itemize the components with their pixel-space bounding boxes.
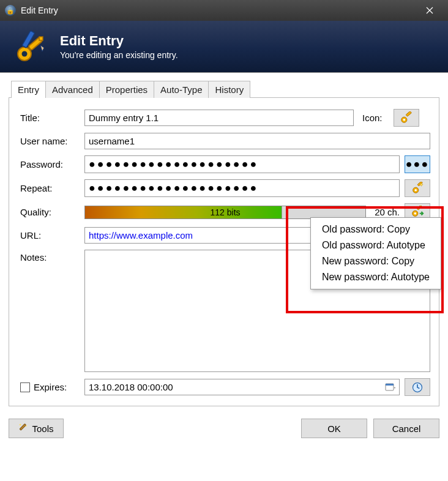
ok-button[interactable]: OK xyxy=(301,419,367,438)
window-titlebar: 🔒 Edit Entry xyxy=(0,0,448,21)
expires-checkbox[interactable] xyxy=(20,382,30,392)
label-repeat: Repeat: xyxy=(20,183,84,193)
tab-history[interactable]: History xyxy=(208,81,250,98)
dialog-footer: Tools OK Cancel xyxy=(0,412,448,447)
tools-button[interactable]: Tools xyxy=(9,419,64,438)
title-input[interactable] xyxy=(84,110,354,126)
svg-rect-8 xyxy=(406,111,411,116)
label-notes: Notes: xyxy=(20,250,84,263)
generate-password-button[interactable] xyxy=(405,179,430,197)
expires-input[interactable] xyxy=(84,379,400,395)
svg-rect-16 xyxy=(386,384,394,386)
key-pencil-icon xyxy=(12,27,51,66)
char-count: 20 ch. xyxy=(375,207,400,217)
dots-icon: ●●● xyxy=(406,158,430,171)
tab-advanced[interactable]: Advanced xyxy=(45,81,100,98)
label-quality: Quality: xyxy=(20,207,84,217)
label-icon: Icon: xyxy=(362,113,383,123)
svg-rect-14 xyxy=(417,206,422,210)
app-lock-icon: 🔒 xyxy=(5,5,16,16)
banner-subtitle: You're editing an existing entry. xyxy=(60,50,178,60)
menu-new-password-autotype[interactable]: New password: Autotype xyxy=(311,269,441,285)
label-url: URL: xyxy=(20,230,84,240)
toggle-password-visibility-button[interactable]: ●●● xyxy=(405,155,430,173)
dialog-banner: Edit Entry You're editing an existing en… xyxy=(0,21,448,73)
menu-old-password-copy[interactable]: Old password: Copy xyxy=(311,222,441,237)
svg-marker-5 xyxy=(40,45,44,51)
password-actions-menu: Old password: Copy Old password: Autotyp… xyxy=(310,217,441,289)
menu-new-password-copy[interactable]: New password: Copy xyxy=(311,253,441,269)
tab-properties[interactable]: Properties xyxy=(99,81,154,98)
tab-entry[interactable]: Entry xyxy=(11,81,46,98)
expires-presets-button[interactable] xyxy=(405,378,430,396)
svg-point-7 xyxy=(403,118,405,121)
window-close-button[interactable] xyxy=(416,0,443,21)
menu-old-password-autotype[interactable]: Old password: Autotype xyxy=(311,237,441,253)
banner-heading: Edit Entry xyxy=(60,33,178,49)
label-password: Password: xyxy=(20,159,84,170)
cancel-button[interactable]: Cancel xyxy=(373,419,439,438)
repeat-input[interactable]: ●●●●●●●●●●●●●●●●●●●● xyxy=(84,179,400,197)
label-title: Title: xyxy=(20,113,84,123)
icon-picker-button[interactable] xyxy=(394,109,419,127)
svg-point-13 xyxy=(414,212,417,215)
window-title: Edit Entry xyxy=(21,6,416,15)
tools-button-label: Tools xyxy=(32,423,53,434)
tab-auto-type[interactable]: Auto-Type xyxy=(154,81,209,98)
username-input[interactable] xyxy=(84,133,430,149)
wand-icon xyxy=(18,423,28,434)
svg-point-10 xyxy=(414,188,417,191)
label-expires: Expires: xyxy=(34,382,67,392)
password-input[interactable]: ●●●●●●●●●●●●●●●●●●●● xyxy=(84,155,400,173)
svg-rect-3 xyxy=(39,37,43,40)
svg-point-1 xyxy=(22,51,28,57)
svg-point-19 xyxy=(20,423,21,425)
quality-bits: 112 bits xyxy=(211,207,241,217)
svg-point-20 xyxy=(26,425,27,427)
calendar-dropdown-icon[interactable] xyxy=(385,382,396,393)
label-username: User name: xyxy=(20,136,84,146)
tabs-bar: Entry Advanced Properties Auto-Type Hist… xyxy=(9,80,439,98)
